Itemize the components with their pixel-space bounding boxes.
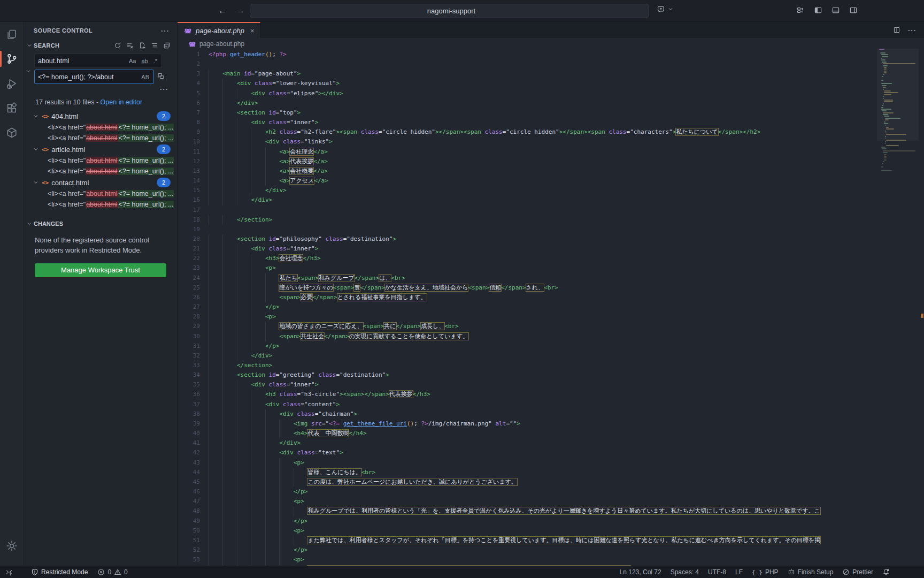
toggle-search-details-icon[interactable]: ··· <box>160 85 168 93</box>
activity-settings[interactable] <box>0 534 24 558</box>
minimap-slider[interactable] <box>877 49 919 141</box>
forward-icon[interactable]: → <box>234 4 247 17</box>
code-line: 44皆様、こんにちは。<br> <box>178 468 924 477</box>
code-line: 5<div class="elipse"></div> <box>178 89 924 98</box>
code-line: 35<div class="inner"> <box>178 380 924 390</box>
match-row[interactable]: <li><a href="about.html<?= home_url(); .… <box>24 122 177 133</box>
collapse-all-icon[interactable] <box>163 42 171 49</box>
back-icon[interactable]: ← <box>216 4 229 17</box>
status-cursor-position[interactable]: Ln 123, Col 72 <box>620 568 661 576</box>
whole-word-icon[interactable]: ab <box>140 57 149 65</box>
new-search-editor-icon[interactable] <box>138 42 146 49</box>
status-encoding[interactable]: UTF-8 <box>708 568 726 576</box>
sidebar-more-actions-icon[interactable]: ··· <box>161 27 170 35</box>
tab-page-about-php[interactable]: page-about.php × <box>178 22 260 38</box>
added-text: <?= home_url(); ... <box>118 190 174 197</box>
match-row[interactable]: <li><a href="about.html<?= home_url(); .… <box>24 166 177 177</box>
editor-tab-bar: page-about.php × ··· <box>178 22 924 38</box>
preserve-case-icon[interactable]: AB <box>140 73 150 81</box>
activity-source-control[interactable] <box>0 47 24 71</box>
match-row[interactable]: <li><a href="about.html<?= home_url(); .… <box>24 155 177 166</box>
status-problems[interactable]: 00 <box>97 568 127 576</box>
match-case-icon[interactable]: Aa <box>128 57 137 65</box>
regex-icon[interactable]: .* <box>152 57 158 65</box>
changes-section-header[interactable]: CHANGES <box>24 217 177 230</box>
customize-layout-icon[interactable] <box>795 5 806 16</box>
close-icon[interactable]: × <box>250 27 255 35</box>
editor-more-actions-icon[interactable]: ··· <box>908 26 917 34</box>
removed-text: about.html <box>86 124 118 131</box>
code-line: 32</div> <box>178 351 924 361</box>
code-line: 2 <box>178 59 924 69</box>
search-section-header[interactable]: SEARCH <box>24 39 177 52</box>
code-area[interactable]: 1<?php get_header(); ?>23<main id="page-… <box>178 50 924 566</box>
status-notifications[interactable] <box>882 568 890 576</box>
added-text: <?= home_url(); ... <box>118 157 174 164</box>
title-bar: ← → nagomi-support <box>0 0 924 22</box>
match-count-badge: 2 <box>157 144 171 154</box>
search-results-tree: <> 404.html 2<li><a href="about.html<?= … <box>24 110 177 210</box>
status-restricted-mode[interactable]: Restricted Mode <box>31 568 88 576</box>
status-remote-indicator[interactable] <box>5 568 13 576</box>
code-line: 16</div> <box>178 195 924 205</box>
code-line: 27</p> <box>178 302 924 312</box>
minimap[interactable] <box>879 49 917 172</box>
code-line: 39<img src="<?= get_theme_file_uri(); ?>… <box>178 419 924 429</box>
search-input[interactable] <box>35 57 128 65</box>
activity-explorer[interactable] <box>0 22 24 47</box>
editor-group: page-about.php × ··· page-about.php 1<?p… <box>178 22 924 566</box>
activity-bar <box>0 22 24 566</box>
command-center-search[interactable]: nagomi-support <box>250 4 649 18</box>
replace-input[interactable] <box>35 73 140 81</box>
list-view-icon[interactable] <box>151 42 158 49</box>
open-in-editor-link[interactable]: Open in editor <box>101 98 143 106</box>
activity-remote-explorer[interactable] <box>0 120 24 145</box>
code-line: 17 <box>178 206 924 215</box>
code-line: 20<section id="philosophy" class="destin… <box>178 234 924 244</box>
match-row[interactable]: <li><a href="about.html<?= home_url(); .… <box>24 199 177 210</box>
toggle-replace-icon[interactable] <box>25 68 32 74</box>
code-line: 26<span>必要</span>とされる福祉事業を目指します。 <box>178 293 924 302</box>
breadcrumb-file: page-about.php <box>199 40 244 48</box>
toggle-primary-sidebar-icon[interactable] <box>813 5 823 16</box>
file-name: 404.html <box>51 112 154 120</box>
status-prettier[interactable]: Prettier <box>842 568 873 576</box>
removed-text: about.html <box>86 201 118 208</box>
removed-text: about.html <box>86 157 118 164</box>
status-finish-setup[interactable]: Finish Setup <box>788 568 834 576</box>
search-input-box: Aaab.* <box>34 54 162 68</box>
chevron-down-icon <box>33 146 39 153</box>
overview-ruler-marker <box>921 314 923 318</box>
toggle-panel-icon[interactable] <box>830 5 841 16</box>
warning-icon <box>114 568 121 576</box>
split-editor-icon[interactable] <box>893 26 900 34</box>
code-line: 7<section id="top"> <box>178 108 924 118</box>
php-file-icon <box>188 40 196 48</box>
match-row[interactable]: <li><a href="about.html<?= home_url(); .… <box>24 133 177 143</box>
status-indentation[interactable]: Spaces: 4 <box>671 568 699 576</box>
circle-slash-icon <box>842 568 850 576</box>
status-language-mode[interactable]: { }PHP <box>752 568 779 576</box>
error-icon <box>97 568 105 576</box>
sidebar-title: SOURCE CONTROL <box>34 27 161 34</box>
code-line: 3<main id="page-about"> <box>178 69 924 79</box>
replace-input-box: AB <box>34 70 154 84</box>
code-line: 12<a>代表挨拶</a> <box>178 157 924 166</box>
copilot-menu[interactable] <box>657 5 674 13</box>
toggle-secondary-sidebar-icon[interactable] <box>848 5 859 16</box>
replace-all-icon[interactable] <box>157 72 165 80</box>
code-line: 15</div> <box>178 186 924 195</box>
activity-extensions[interactable] <box>0 96 24 120</box>
file-row[interactable]: <> 404.html 2 <box>24 110 177 122</box>
status-end-of-line[interactable]: LF <box>735 568 743 576</box>
code-line: 4<div class="lower-keyvisual"> <box>178 79 924 88</box>
manage-workspace-trust-button[interactable]: Manage Workspace Trust <box>35 263 166 277</box>
file-row[interactable]: <> article.html 2 <box>24 143 177 155</box>
code-line: 50<p> <box>178 526 924 536</box>
activity-run-and-debug[interactable] <box>0 71 24 96</box>
breadcrumb[interactable]: page-about.php <box>178 38 924 50</box>
match-row[interactable]: <li><a href="about.html<?= home_url(); .… <box>24 188 177 199</box>
clear-results-icon[interactable] <box>126 42 134 49</box>
file-row[interactable]: <> contact.html 2 <box>24 177 177 188</box>
refresh-icon[interactable] <box>114 42 121 49</box>
